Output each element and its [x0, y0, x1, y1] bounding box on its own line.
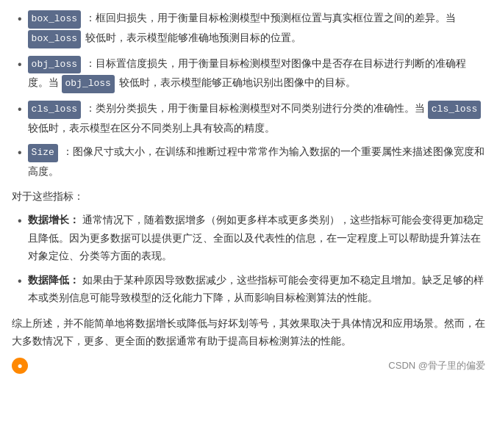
first-bullet-list: • box_loss ：框回归损失，用于衡量目标检测模型中预测框位置与真实框位置… [12, 9, 485, 181]
bullet-dot: • [18, 272, 22, 290]
box-loss-desc2: 较低时，表示模型能够准确地预测目标的位置。 [85, 32, 301, 43]
cls-loss-text: cls_loss ：类别分类损失，用于衡量目标检测模型对不同类别进行分类的准确性… [28, 99, 485, 137]
list-item-data-increase: • 数据增长： 通常情况下，随着数据增多（例如更多样本或更多类别），这些指标可能… [12, 211, 485, 265]
obj-loss-tag-inline: obj_loss [62, 75, 115, 93]
bullet-dot: • [18, 10, 22, 28]
footer-brand: CSDN @骨子里的偏爱 [388, 358, 485, 374]
cls-loss-desc1: ：类别分类损失，用于衡量目标检测模型对不同类别进行分类的准确性。当 [85, 102, 425, 114]
bullet-dot: • [18, 144, 22, 162]
obj-loss-text: obj_loss ：目标置信度损失，用于衡量目标检测模型对图像中是否存在目标进行… [28, 54, 485, 94]
box-loss-desc1: ：框回归损失，用于衡量目标检测模型中预测框位置与真实框位置之间的差异。当 [85, 12, 456, 24]
data-decrease-title: 数据降低： [28, 274, 79, 286]
data-decrease-desc: 如果由于某种原因导致数据减少，这些指标可能会变得更加不稳定且增加。缺乏足够的样本… [28, 274, 484, 304]
size-desc: ：图像尺寸或大小，在训练和推断过程中常常作为输入数据的一个重要属性来描述图像宽度… [28, 145, 485, 177]
section-intro: 对于这些指标： [12, 188, 485, 206]
size-text: Size ：图像尺寸或大小，在训练和推断过程中常常作为输入数据的一个重要属性来描… [28, 142, 485, 180]
bullet-dot: • [18, 56, 22, 73]
orange-avatar: ● [12, 358, 28, 374]
list-item-size: • Size ：图像尺寸或大小，在训练和推断过程中常常作为输入数据的一个重要属性… [12, 142, 485, 180]
cls-loss-desc2: 较低时，表示模型在区分不同类别上具有较高的精度。 [28, 122, 275, 134]
main-container: • box_loss ：框回归损失，用于衡量目标检测模型中预测框位置与真实框位置… [0, 0, 497, 384]
summary-content2: 性能。 [321, 335, 351, 347]
footer-left: ● [12, 358, 32, 374]
box-loss-tag: box_loss [28, 10, 81, 29]
size-tag: Size [28, 144, 58, 162]
obj-loss-desc2: 较低时，表示模型能够正确地识别出图像中的目标。 [119, 76, 356, 88]
cls-loss-tag: cls_loss [28, 101, 81, 119]
data-decrease-text: 数据降低： 如果由于某种原因导致数据减少，这些指标可能会变得更加不稳定且增加。缺… [28, 271, 485, 307]
summary-content: 综上所述，并不能简单地将数据增长或降低与好坏划等号，其效果取决于具体情况和应用场… [12, 317, 485, 347]
second-bullet-list: • 数据增长： 通常情况下，随着数据增多（例如更多样本或更多类别），这些指标可能… [12, 211, 485, 307]
bullet-dot: • [18, 212, 22, 230]
box-loss-text: box_loss ：框回归损失，用于衡量目标检测模型中预测框位置与真实框位置之间… [28, 9, 485, 48]
avatar-icon: ● [17, 358, 22, 373]
list-item-box-loss: • box_loss ：框回归损失，用于衡量目标检测模型中预测框位置与真实框位置… [12, 9, 485, 48]
obj-loss-tag: obj_loss [28, 56, 81, 74]
summary-text: 综上所述，并不能简单地将数据增长或降低与好坏划等号，其效果取决于具体情况和应用场… [12, 314, 485, 350]
box-loss-tag-inline: box_loss [28, 30, 81, 48]
cls-loss-tag-inline: cls_loss [428, 101, 481, 119]
data-increase-desc: 通常情况下，随着数据增多（例如更多样本或更多类别），这些指标可能会变得更加稳定且… [28, 214, 484, 261]
list-item-obj-loss: • obj_loss ：目标置信度损失，用于衡量目标检测模型对图像中是否存在目标… [12, 54, 485, 94]
footer-row: ● CSDN @骨子里的偏爱 [12, 355, 485, 375]
bullet-dot: • [18, 101, 22, 118]
data-increase-title: 数据增长： [28, 214, 79, 225]
list-item-cls-loss: • cls_loss ：类别分类损失，用于衡量目标检测模型对不同类别进行分类的准… [12, 99, 485, 137]
list-item-data-decrease: • 数据降低： 如果由于某种原因导致数据减少，这些指标可能会变得更加不稳定且增加… [12, 271, 485, 307]
data-increase-text: 数据增长： 通常情况下，随着数据增多（例如更多样本或更多类别），这些指标可能会变… [28, 211, 485, 265]
